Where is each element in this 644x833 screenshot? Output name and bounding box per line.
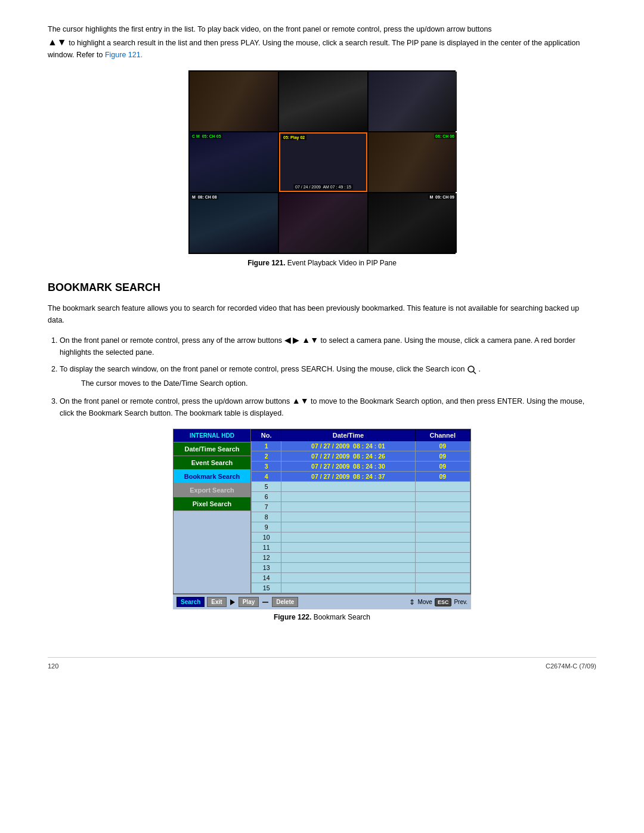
page-number: 120 <box>48 662 58 670</box>
intro-text-1: The cursor highlights the first entry in… <box>48 25 492 33</box>
svg-point-0 <box>468 366 474 372</box>
cell-datetime <box>281 502 415 512</box>
col-channel: Channel <box>415 430 470 441</box>
cell-datetime <box>281 532 415 543</box>
cam6-label: 06: CH 06 <box>434 134 456 139</box>
toolbar-delete-btn[interactable]: Delete <box>272 597 298 607</box>
cell-datetime <box>281 553 415 563</box>
cell-no: 4 <box>252 472 281 482</box>
figure121-container: C M 05: CH 05 05: Play 02 07 / 24 / 2009… <box>48 70 596 267</box>
toolbar-search-btn[interactable]: Search <box>177 597 205 607</box>
cell-channel <box>415 532 470 543</box>
btn-datetime-search[interactable]: Date/Time Search <box>174 442 250 456</box>
cell-no: 14 <box>252 573 281 583</box>
step-3: On the front panel or remote control, pr… <box>60 394 596 419</box>
cell-channel <box>415 492 470 502</box>
section-description: The bookmark search feature allows you t… <box>48 302 596 326</box>
cell-no: 8 <box>252 512 281 522</box>
cell-no: 7 <box>252 502 281 512</box>
cam9-label: M 09: CH 09 <box>428 194 456 200</box>
figure121-caption: Figure 121. Event Playback Video in PIP … <box>48 259 596 267</box>
btn-pixel-search[interactable]: Pixel Search <box>174 497 250 511</box>
table-row[interactable]: 5 <box>252 482 470 492</box>
table-row[interactable]: 7 <box>252 502 470 512</box>
table-body: 1 07 / 27 / 2009 08 : 24 : 01 09 2 07 / … <box>252 441 470 593</box>
cell-no: 11 <box>252 543 281 553</box>
figure121-link[interactable]: Figure 121. <box>105 51 143 59</box>
cell-no: 15 <box>252 583 281 593</box>
step1-arrows: ◀ ▶ ▲▼ <box>284 335 319 345</box>
cell-datetime <box>281 482 415 492</box>
cell-channel: 09 <box>415 472 470 482</box>
step3-text1: On the front panel or remote control, pr… <box>60 397 292 405</box>
cell-datetime: 07 / 27 / 2009 08 : 24 : 01 <box>281 441 415 451</box>
col-datetime: Date/Time <box>281 430 415 441</box>
toolbar-play-btn[interactable]: Play <box>239 597 259 607</box>
cell-no: 5 <box>252 482 281 492</box>
camera-cell-4: C M 05: CH 05 <box>190 132 278 192</box>
toolbar-exit-btn[interactable]: Exit <box>207 597 226 607</box>
search-icon <box>467 365 476 374</box>
btn-internal-hdd[interactable]: INTERNAL HDD <box>174 429 250 442</box>
figure122-caption: Figure 122. Bookmark Search <box>274 613 370 621</box>
btn-event-search[interactable]: Event Search <box>174 456 250 470</box>
step-1: On the front panel or remote control, pr… <box>60 333 596 358</box>
camera-cell-6: 06: CH 06 <box>369 132 457 192</box>
cell-datetime: 07 / 27 / 2009 08 : 24 : 37 <box>281 472 415 482</box>
bookmark-ui-panel: INTERNAL HDD Date/Time Search Event Sear… <box>173 429 471 594</box>
camera-cell-5-active: 05: Play 02 07 / 24 / 2009 AM 07 : 49 : … <box>279 132 367 192</box>
sidebar-panel: INTERNAL HDD Date/Time Search Event Sear… <box>174 429 251 593</box>
table-row[interactable]: 1 07 / 27 / 2009 08 : 24 : 01 09 <box>252 441 470 451</box>
page-footer: 120 C2674M-C (7/09) <box>48 657 596 670</box>
cell-no: 9 <box>252 522 281 532</box>
table-row[interactable]: 15 <box>252 583 470 593</box>
table-row[interactable]: 2 07 / 27 / 2009 08 : 24 : 26 09 <box>252 451 470 462</box>
table-row[interactable]: 6 <box>252 492 470 502</box>
table-row[interactable]: 10 <box>252 532 470 543</box>
table-row[interactable]: 9 <box>252 522 470 532</box>
cell-channel <box>415 502 470 512</box>
table-row[interactable]: 13 <box>252 563 470 573</box>
step3-arrows: ▲▼ <box>292 396 309 405</box>
bookmark-table: No. Date/Time Channel 1 07 / 27 / 2009 0… <box>251 429 470 593</box>
figure121-caption-text: Event Playback Video in PIP Pane <box>287 259 397 267</box>
camera-cell-8 <box>279 193 367 253</box>
btn-export-search[interactable]: Export Search <box>174 484 250 497</box>
cam7-label: M 08: CH 08 <box>191 194 218 200</box>
esc-key: ESC <box>435 598 452 606</box>
toolbar-minus-icon <box>262 602 268 603</box>
cell-datetime: 07 / 27 / 2009 08 : 24 : 26 <box>281 451 415 462</box>
steps-list: On the front panel or remote control, pr… <box>60 333 596 420</box>
cell-channel <box>415 482 470 492</box>
table-row[interactable]: 8 <box>252 512 470 522</box>
step2-text2: . <box>478 365 480 373</box>
cam4-label: C M 05: CH 05 <box>191 134 222 139</box>
cell-datetime <box>281 543 415 553</box>
cell-datetime <box>281 522 415 532</box>
cell-no: 10 <box>252 532 281 543</box>
table-row[interactable]: 12 <box>252 553 470 563</box>
table-row[interactable]: 11 <box>252 543 470 553</box>
toolbar-prev-text: Prev. <box>454 599 467 605</box>
cell-datetime <box>281 492 415 502</box>
cell-no: 1 <box>252 441 281 451</box>
main-table-area: No. Date/Time Channel 1 07 / 27 / 2009 0… <box>251 429 470 593</box>
cell-no: 12 <box>252 553 281 563</box>
bottom-toolbar: Search Exit Play Delete ⇕ Move ESC Prev. <box>173 594 471 609</box>
step-2: To display the search window, on the fro… <box>60 363 596 389</box>
bookmark-ui-figure: INTERNAL HDD Date/Time Search Event Sear… <box>48 429 596 621</box>
section-heading: BOOKMARK SEARCH <box>48 281 596 294</box>
btn-bookmark-search[interactable]: Bookmark Search <box>174 470 250 484</box>
cam5-play-label: 05: Play 02 <box>281 135 306 140</box>
cell-datetime <box>281 512 415 522</box>
table-row[interactable]: 4 07 / 27 / 2009 08 : 24 : 37 09 <box>252 472 470 482</box>
step2-text1: To display the search window, on the fro… <box>60 365 467 373</box>
table-row[interactable]: 14 <box>252 573 470 583</box>
cell-no: 13 <box>252 563 281 573</box>
toolbar-move-text: Move <box>417 599 432 605</box>
cell-channel <box>415 543 470 553</box>
cctv-grid: C M 05: CH 05 05: Play 02 07 / 24 / 2009… <box>188 70 456 254</box>
toolbar-updown-arrows: ⇕ <box>409 598 415 606</box>
table-row[interactable]: 3 07 / 27 / 2009 08 : 24 : 30 09 <box>252 462 470 472</box>
figure121-caption-prefix: Figure 121. <box>247 259 285 267</box>
